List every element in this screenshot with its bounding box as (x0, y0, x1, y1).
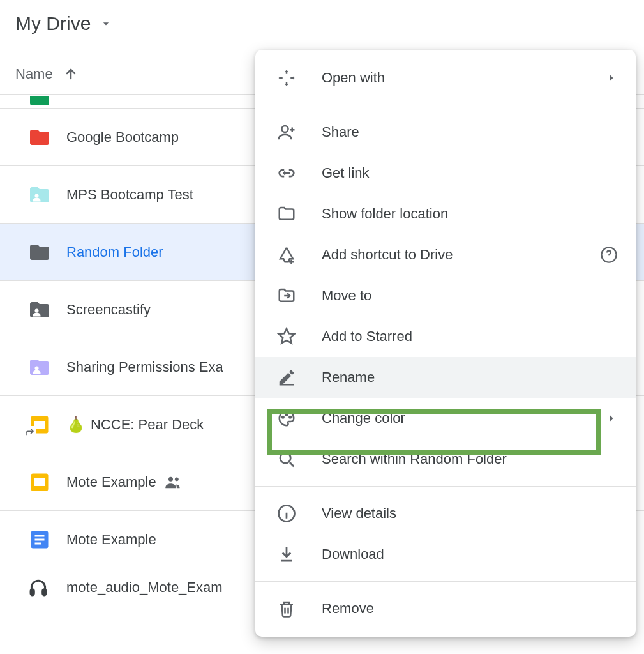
menu-move-to[interactable]: Move to (255, 275, 636, 316)
slides-icon (28, 471, 66, 494)
svg-point-5 (168, 476, 173, 481)
breadcrumb-title: My Drive (15, 13, 91, 34)
menu-label: Change color (322, 410, 605, 427)
file-name: Sharing Permissions Exa (66, 359, 223, 376)
menu-add-starred[interactable]: Add to Starred (255, 316, 636, 357)
menu-download[interactable]: Download (255, 534, 636, 575)
shared-icon (164, 473, 182, 491)
menu-label: Share (322, 124, 618, 141)
palette-icon (277, 409, 322, 428)
file-name: NCCE: Pear Deck (91, 416, 204, 433)
menu-label: Show folder location (322, 206, 618, 222)
person-add-icon (277, 123, 322, 142)
shared-folder-icon (28, 183, 66, 206)
menu-separator (255, 486, 636, 487)
star-outline-icon (277, 327, 322, 346)
menu-search-within[interactable]: Search within Random Folder (255, 439, 636, 480)
trash-icon (277, 599, 322, 618)
menu-separator (255, 105, 636, 105)
folder-icon (28, 126, 66, 149)
menu-separator (255, 581, 636, 582)
svg-rect-10 (31, 589, 34, 595)
breadcrumb[interactable]: My Drive (0, 0, 644, 54)
context-menu: Open with Share Get link Show folder loc… (255, 50, 636, 637)
svg-rect-11 (43, 589, 46, 595)
column-header-name: Name (15, 66, 53, 82)
file-name: Random Folder (66, 244, 163, 261)
svg-rect-14 (280, 384, 294, 386)
docs-icon (28, 528, 66, 551)
menu-add-shortcut[interactable]: Add shortcut to Drive (255, 234, 636, 275)
menu-label: View details (322, 505, 618, 522)
file-name: MPS Bootcamp Test (66, 186, 193, 203)
folder-icon (28, 241, 66, 264)
rename-icon (277, 368, 322, 387)
menu-view-details[interactable]: View details (255, 493, 636, 534)
menu-share[interactable]: Share (255, 112, 636, 153)
svg-rect-4 (34, 478, 45, 486)
file-name: Mote Example (66, 531, 156, 548)
svg-point-0 (35, 194, 39, 197)
svg-point-1 (35, 308, 39, 312)
chevron-right-icon (605, 72, 618, 84)
svg-point-16 (286, 414, 288, 416)
menu-label: Remove (322, 600, 618, 617)
svg-point-15 (282, 416, 284, 418)
svg-rect-9 (35, 542, 42, 544)
menu-label: Add to Starred (322, 328, 618, 345)
menu-label: Get link (322, 165, 618, 181)
dropdown-icon (100, 17, 112, 30)
chevron-right-icon (605, 412, 618, 425)
file-name: Screencastify (66, 301, 151, 318)
search-icon (277, 450, 322, 469)
drive-add-icon (277, 245, 322, 264)
svg-rect-7 (35, 535, 45, 536)
download-icon (277, 545, 322, 564)
menu-label: Search within Random Folder (322, 451, 618, 468)
svg-point-6 (175, 477, 179, 481)
menu-change-color[interactable]: Change color (255, 398, 636, 439)
help-icon[interactable] (600, 246, 618, 264)
pear-icon: 🍐 (66, 416, 86, 434)
menu-open-with[interactable]: Open with (255, 57, 636, 98)
menu-label: Open with (322, 70, 605, 86)
menu-label: Move to (322, 287, 618, 304)
svg-point-17 (289, 416, 291, 418)
menu-rename[interactable]: Rename (255, 357, 636, 398)
svg-rect-8 (35, 538, 45, 540)
move-to-icon (277, 286, 322, 305)
headphones-icon (28, 577, 66, 598)
svg-point-12 (282, 126, 288, 132)
svg-point-2 (35, 366, 39, 370)
folder-outline-icon (277, 204, 322, 224)
menu-get-link[interactable]: Get link (255, 153, 636, 194)
info-icon (277, 504, 322, 523)
slides-shortcut-icon (28, 413, 66, 436)
shared-folder-icon (28, 298, 66, 321)
menu-show-folder-location[interactable]: Show folder location (255, 194, 636, 234)
link-icon (277, 164, 322, 183)
svg-point-18 (280, 453, 290, 463)
file-name: Mote Example (66, 474, 156, 490)
sort-ascending-icon (63, 66, 79, 82)
folder-icon (28, 96, 66, 107)
file-name: Google Bootcamp (66, 129, 179, 146)
shared-folder-icon (28, 356, 66, 379)
file-name: mote_audio_Mote_Exam (66, 579, 223, 596)
menu-label: Rename (322, 369, 618, 386)
menu-label: Download (322, 546, 618, 563)
menu-remove[interactable]: Remove (255, 588, 636, 629)
open-with-icon (277, 68, 322, 87)
menu-label: Add shortcut to Drive (322, 247, 600, 263)
